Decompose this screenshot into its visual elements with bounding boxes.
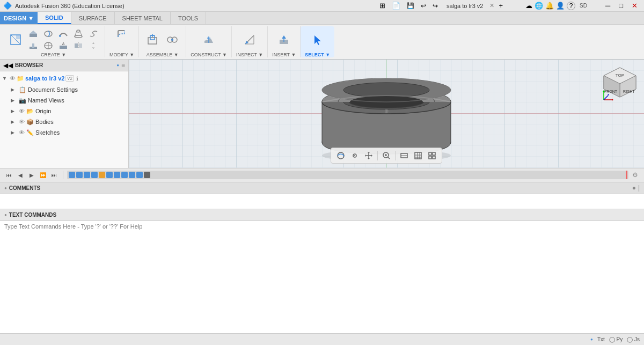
joint-btn[interactable] xyxy=(163,28,181,51)
measure-btn[interactable] xyxy=(240,28,259,51)
tree-item-sketches[interactable]: ▶ 👁 ✏️ Sketches xyxy=(0,127,128,138)
view-settings-btn[interactable] xyxy=(426,150,438,162)
tree-item-origin[interactable]: ▶ 👁 📂 Origin xyxy=(0,106,128,116)
move-btn[interactable] xyxy=(86,40,100,51)
tree-item-doc-settings[interactable]: ▶ 📋 Document Settings xyxy=(0,84,128,95)
comments-options-icon[interactable]: ● xyxy=(632,184,636,192)
file-icon[interactable]: 📄 xyxy=(390,1,402,11)
close-doc-icon[interactable]: ✕ xyxy=(489,2,494,9)
viewport[interactable]: ⊕ TOP xyxy=(129,60,644,168)
timeline-last-btn[interactable]: ⏭ xyxy=(49,170,59,180)
comments-expand-icon[interactable]: | xyxy=(638,184,640,192)
pan-btn[interactable] xyxy=(362,150,375,162)
design-dropdown[interactable]: DESIGN ▼ xyxy=(0,12,38,24)
tab-sheet-metal[interactable]: SHEET METAL xyxy=(115,12,171,24)
look-at-btn[interactable] xyxy=(348,150,361,162)
construct-plane-btn[interactable] xyxy=(200,28,218,51)
sketches-arrow-icon: ▶ xyxy=(11,130,17,135)
zoom-btn[interactable] xyxy=(380,150,393,162)
insert-btn[interactable] xyxy=(275,28,293,51)
sketches-eye-icon[interactable]: 👁 xyxy=(19,129,25,136)
root-info-icon[interactable]: ℹ xyxy=(76,76,78,82)
user-icon[interactable]: 👤 xyxy=(556,2,565,10)
root-eye-icon[interactable]: 👁 xyxy=(10,75,16,82)
text-input-area[interactable] xyxy=(0,221,644,334)
add-tab-icon[interactable]: + xyxy=(496,1,505,11)
construct-section-label[interactable]: CONSTRUCT ▼ xyxy=(191,52,227,57)
tree-item-named-views[interactable]: ▶ 📷 Named Views xyxy=(0,95,128,106)
tree-item-bodies[interactable]: ▶ 👁 📦 Bodies xyxy=(0,116,128,127)
text-commands-panel: ● TEXT COMMANDS xyxy=(0,209,644,221)
svg-marker-76 xyxy=(365,155,366,157)
status-txt[interactable]: Txt xyxy=(597,336,605,342)
ribbon-section-assemble: ASSEMBLE ▼ xyxy=(139,26,186,57)
globe-icon[interactable]: 🌐 xyxy=(535,2,543,10)
help-icon[interactable]: ? xyxy=(567,2,575,10)
insert-section-label[interactable]: INSERT ▼ xyxy=(272,52,296,57)
bodies-eye-icon[interactable]: 👁 xyxy=(19,119,25,125)
svg-point-8 xyxy=(75,35,82,38)
minimize-btn[interactable]: ─ xyxy=(602,2,613,10)
bodies-label: Bodies xyxy=(35,119,54,125)
create-sketch-btn[interactable] xyxy=(6,28,25,51)
loft-btn[interactable] xyxy=(71,28,85,39)
sketches-label: Sketches xyxy=(35,129,60,136)
redo-toolbar-icon[interactable]: ↪ xyxy=(430,1,440,11)
browser-panel: ◀◀ BROWSER ● ≡ ▼ 👁 📁 salga to lr3 v2 v2 xyxy=(0,60,129,168)
revolve-btn[interactable] xyxy=(41,28,55,39)
select-btn[interactable] xyxy=(309,28,327,51)
timeline-settings-btn[interactable]: ⚙ xyxy=(630,170,640,180)
inspect-section-label[interactable]: INSPECT ▼ xyxy=(236,52,263,57)
apps-grid-icon[interactable]: ⊞ xyxy=(377,1,387,11)
select-section-label[interactable]: SELECT ▼ xyxy=(305,52,330,57)
timeline-next-btn[interactable]: ⏩ xyxy=(38,170,48,180)
browser-collapse-icon[interactable]: ◀◀ xyxy=(3,62,13,69)
tree-root-item[interactable]: ▼ 👁 📁 salga to lr3 v2 v2 ℹ xyxy=(0,72,128,84)
status-py[interactable]: ◯ Py xyxy=(609,336,623,342)
view-cube[interactable]: TOP FRONT RIGHT xyxy=(601,65,639,102)
timeline-track-area[interactable] xyxy=(67,171,628,179)
svg-rect-16 xyxy=(60,46,67,49)
close-btn[interactable]: ✕ xyxy=(628,2,641,10)
svg-rect-91 xyxy=(429,156,431,159)
fillet-btn[interactable] xyxy=(115,28,129,39)
rib-btn[interactable] xyxy=(26,40,40,51)
root-label: salga to lr3 v2 xyxy=(25,75,64,82)
emboss-btn[interactable]: A xyxy=(56,40,70,51)
doc-settings-arrow-icon: ▶ xyxy=(11,87,17,92)
origin-folder-icon: 📂 xyxy=(26,108,34,115)
svg-point-28 xyxy=(171,39,173,41)
display-mode-btn[interactable] xyxy=(398,150,411,162)
notification-icon[interactable]: 🔔 xyxy=(545,2,554,10)
web-btn[interactable] xyxy=(41,40,55,51)
text-command-input[interactable] xyxy=(4,223,640,332)
sweep-btn[interactable] xyxy=(56,28,70,39)
svg-rect-22 xyxy=(148,38,157,44)
maximize-btn[interactable]: □ xyxy=(616,2,626,10)
undo-toolbar-icon[interactable]: ↩ xyxy=(419,1,428,11)
tab-solid[interactable]: SOLID xyxy=(38,12,71,24)
tab-tools[interactable]: TOOLS xyxy=(171,12,206,24)
orbit-btn[interactable] xyxy=(334,150,347,162)
tab-surface[interactable]: SURFACE xyxy=(71,12,115,24)
browser-options-icon[interactable]: ≡ xyxy=(121,62,125,69)
create-section-label[interactable]: CREATE ▼ xyxy=(41,52,66,57)
modify-section-label[interactable]: MODIFY ▼ xyxy=(109,52,134,57)
comments-panel: ● COMMENTS ● | xyxy=(0,182,644,209)
svg-rect-2 xyxy=(16,35,20,39)
extrude-btn[interactable] xyxy=(26,28,40,39)
cloud-icon[interactable]: ☁ xyxy=(525,2,532,10)
mirror-component-btn[interactable] xyxy=(71,40,85,51)
timeline-prev-btn[interactable]: ◀ xyxy=(16,170,25,180)
ribbon-section-inspect: INSPECT ▼ xyxy=(232,26,268,57)
coil-btn[interactable] xyxy=(86,28,100,39)
grid-toggle-btn[interactable] xyxy=(412,150,425,162)
assemble-section-label[interactable]: ASSEMBLE ▼ xyxy=(147,52,179,57)
new-component-btn[interactable] xyxy=(143,28,162,51)
timeline-first-btn[interactable]: ⏮ xyxy=(4,170,14,180)
origin-eye-icon[interactable]: 👁 xyxy=(19,108,25,114)
status-js[interactable]: ◯ Js xyxy=(627,336,640,342)
sd-label: SD xyxy=(580,3,587,9)
save-icon[interactable]: 💾 xyxy=(405,1,416,10)
timeline-play-btn[interactable]: ▶ xyxy=(27,170,36,180)
